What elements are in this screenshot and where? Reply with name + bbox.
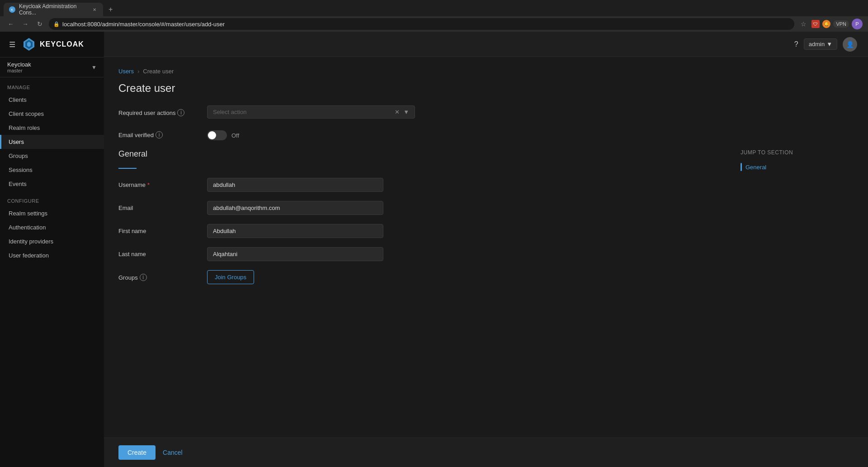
last-name-label: Last name <box>118 247 200 257</box>
email-verified-toggle[interactable] <box>207 130 227 140</box>
form-fields: General Username * Email <box>118 149 726 293</box>
realm-dropdown-arrow: ▼ <box>91 64 97 71</box>
logo-icon <box>22 37 36 52</box>
help-button[interactable]: ? <box>794 40 798 48</box>
realm-selector[interactable]: Keycloak master ▼ <box>0 57 104 77</box>
general-section: General Username * Email <box>118 149 854 293</box>
breadcrumb-separator: › <box>137 68 139 75</box>
sidebar-item-user-federation[interactable]: User federation <box>0 248 104 262</box>
groups-row: Groups i Join Groups <box>118 270 726 284</box>
browser-chrome: K Keycloak Administration Cons... ✕ + ← … <box>0 0 868 32</box>
first-name-row: First name <box>118 224 726 238</box>
app-layout: ☰ KEYCLOAK Keycloak master ▼ Manage <box>0 32 868 467</box>
sidebar-item-groups[interactable]: Groups <box>0 149 104 163</box>
required-user-actions-label: Required user actions i <box>118 105 200 116</box>
sidebar-item-clients[interactable]: Clients <box>0 93 104 107</box>
select-clear-button[interactable]: ✕ <box>395 109 400 115</box>
sidebar-item-label: Client scopes <box>9 110 44 117</box>
sidebar-item-realm-settings[interactable]: Realm settings <box>0 206 104 220</box>
sidebar-item-sessions[interactable]: Sessions <box>0 163 104 177</box>
hamburger-button[interactable]: ☰ <box>7 38 17 51</box>
refresh-button[interactable]: ↻ <box>34 19 45 29</box>
content-area: Users › Create user Create user Required… <box>104 57 868 438</box>
required-user-actions-help-icon: i <box>177 109 184 116</box>
sidebar-item-label: Authentication <box>9 224 46 231</box>
tab-favicon: K <box>9 6 15 13</box>
email-verified-help-icon: i <box>156 131 163 138</box>
browser-profile-avatar[interactable]: P <box>852 19 863 29</box>
lock-icon: 🔒 <box>53 21 60 27</box>
sidebar-item-identity-providers[interactable]: Identity providers <box>0 234 104 248</box>
admin-label: admin <box>809 41 825 48</box>
jump-indicator <box>741 163 742 171</box>
breadcrumb: Users › Create user <box>118 68 854 75</box>
sidebar-item-label: Sessions <box>9 167 33 173</box>
username-required-star: * <box>147 181 150 188</box>
email-row: Email <box>118 201 726 215</box>
active-tab[interactable]: K Keycloak Administration Cons... ✕ <box>4 3 103 16</box>
address-bar[interactable]: 🔒 localhost:8080/admin/master/console/#/… <box>49 18 794 30</box>
username-input[interactable] <box>207 178 383 192</box>
sidebar-item-client-scopes[interactable]: Client scopes <box>0 107 104 121</box>
username-row: Username * <box>118 178 726 192</box>
toggle-label: Off <box>231 132 239 139</box>
toggle-knob <box>208 131 216 139</box>
tab-bar: K Keycloak Administration Cons... ✕ + <box>0 0 868 16</box>
jump-to-general[interactable]: General <box>741 161 854 173</box>
email-input[interactable] <box>207 201 383 215</box>
shield-icon: 🛡 <box>811 20 820 28</box>
sidebar-item-authentication[interactable]: Authentication <box>0 220 104 234</box>
groups-label: Groups i <box>118 270 200 281</box>
logo-text: KEYCLOAK <box>40 40 84 48</box>
required-user-actions-row: Required user actions i Select action ✕ … <box>118 105 854 119</box>
main-header: ? admin ▼ 👤 <box>104 32 868 57</box>
sidebar-item-label: Realm roles <box>9 124 40 131</box>
browser-toolbar: ← → ↻ 🔒 localhost:8080/admin/master/cons… <box>0 16 868 32</box>
vpn-badge: VPN <box>833 20 849 28</box>
breadcrumb-users-link[interactable]: Users <box>118 68 134 75</box>
tab-close-button[interactable]: ✕ <box>91 6 98 13</box>
sidebar-item-realm-roles[interactable]: Realm roles <box>0 121 104 135</box>
sidebar-item-label: Realm settings <box>9 210 47 217</box>
email-verified-toggle-container: Off <box>207 128 239 140</box>
configure-section-label: Configure <box>0 191 104 206</box>
jump-item-label: General <box>745 164 766 171</box>
last-name-row: Last name <box>118 247 726 261</box>
form-footer: Create Cancel <box>104 438 868 467</box>
sidebar-item-label: Groups <box>9 152 28 159</box>
url-text: localhost:8080/admin/master/console/#/ma… <box>62 21 790 28</box>
first-name-input[interactable] <box>207 224 383 238</box>
page-title: Create user <box>118 82 854 95</box>
jump-to-section-label: Jump to section <box>741 149 854 156</box>
cancel-button[interactable]: Cancel <box>161 445 184 460</box>
required-user-actions-select[interactable]: Select action ✕ ▼ <box>207 105 415 119</box>
new-tab-button[interactable]: + <box>105 3 116 16</box>
general-section-title: General <box>118 149 726 159</box>
section-divider <box>118 168 137 169</box>
sidebar-item-label: User federation <box>9 252 49 259</box>
email-verified-label: Email verified i <box>118 128 200 138</box>
join-groups-button[interactable]: Join Groups <box>207 270 254 284</box>
admin-dropdown-arrow: ▼ <box>826 41 832 48</box>
sidebar-item-events[interactable]: Events <box>0 177 104 191</box>
groups-help-icon: i <box>140 274 147 281</box>
back-button[interactable]: ← <box>5 19 16 29</box>
admin-avatar: 👤 <box>843 37 857 52</box>
sidebar: ☰ KEYCLOAK Keycloak master ▼ Manage <box>0 32 104 467</box>
admin-dropdown[interactable]: admin ▼ <box>804 38 837 50</box>
sidebar-item-label: Users <box>9 138 24 145</box>
bookmark-icon[interactable]: ☆ <box>798 19 809 29</box>
sidebar-item-label: Events <box>9 181 27 187</box>
username-label: Username * <box>118 178 200 188</box>
realm-sub: master <box>7 68 31 73</box>
last-name-input[interactable] <box>207 247 383 261</box>
sidebar-item-users[interactable]: Users <box>0 135 104 149</box>
email-label: Email <box>118 201 200 211</box>
notification-icon: 🔔 <box>822 20 830 28</box>
sidebar-item-label: Clients <box>9 96 27 103</box>
select-arrow-icon[interactable]: ▼ <box>403 109 409 115</box>
create-button[interactable]: Create <box>118 445 156 460</box>
tab-title: Keycloak Administration Cons... <box>19 3 88 16</box>
jump-to-section: Jump to section General <box>741 149 854 293</box>
forward-button[interactable]: → <box>20 19 31 29</box>
